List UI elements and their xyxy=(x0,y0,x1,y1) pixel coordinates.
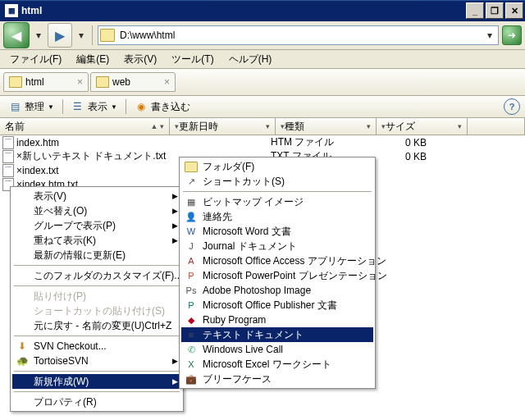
explorer-window: ▦ html _ ❐ ✕ ◀ ▾ ▶ ▾ ▾ ➜ ファイル(F) 編集(E) 表… xyxy=(0,0,525,420)
chevron-down-icon: ▼ xyxy=(48,103,54,111)
menu-item[interactable]: ↗ショートカット(S) xyxy=(181,174,373,189)
menu-item[interactable]: AMicrosoft Office Access アプリケーション xyxy=(181,253,373,268)
ppt-icon: P xyxy=(185,269,198,282)
menu-edit[interactable]: 編集(E) xyxy=(70,50,116,69)
file-name: ×新しいテキスト ドキュメント.txt xyxy=(16,149,176,163)
submenu-arrow-icon: ▶ xyxy=(172,357,178,365)
menu-item[interactable]: ショートカットの貼り付け(S) xyxy=(12,304,181,318)
address-dropdown[interactable]: ▾ xyxy=(483,30,496,41)
forward-dropdown[interactable]: ▾ xyxy=(75,24,87,47)
file-size: 0 KB xyxy=(361,137,441,148)
menu-item[interactable]: グループで表示(P)▶ xyxy=(12,218,181,233)
folder-icon xyxy=(9,76,22,88)
file-name: index.htm xyxy=(16,137,176,148)
svn-icon: ⬇ xyxy=(16,340,29,353)
menu-item[interactable]: プロパティ(R) xyxy=(12,395,181,409)
menu-view[interactable]: 表示(V) xyxy=(117,50,163,69)
menu-item[interactable]: ⬇SVN Checkout... xyxy=(12,339,181,354)
address-input[interactable] xyxy=(118,29,480,42)
col-type[interactable]: ▾種類▾ xyxy=(276,118,377,135)
file-row[interactable]: index.htmHTM ファイル0 KB xyxy=(0,135,525,149)
menu-item[interactable]: 最新の情報に更新(E) xyxy=(12,248,181,262)
menu-item[interactable]: 並べ替え(O)▶ xyxy=(12,203,181,218)
minimize-button[interactable]: _ xyxy=(466,2,484,19)
organize-label: 整理 xyxy=(25,100,44,114)
document-icon xyxy=(2,164,15,177)
close-button[interactable]: ✕ xyxy=(505,2,523,19)
help-button[interactable]: ? xyxy=(504,98,520,115)
maximize-button[interactable]: ❐ xyxy=(486,2,504,19)
forward-button[interactable]: ▶ xyxy=(48,23,72,48)
menu-item[interactable]: WMicrosoft Word 文書 xyxy=(181,224,373,239)
menu-item[interactable]: 貼り付け(P) xyxy=(12,289,181,304)
organize-button[interactable]: ▤ 整理 ▼ xyxy=(5,98,57,116)
journal-icon: J xyxy=(185,240,198,253)
app-icon: ▦ xyxy=(5,4,18,17)
go-button[interactable]: ➜ xyxy=(502,25,522,45)
address-bar[interactable]: ▾ xyxy=(98,25,499,45)
col-name[interactable]: 名前▲ ▾ xyxy=(0,118,170,135)
file-type: HTM ファイル xyxy=(271,135,361,149)
menu-item[interactable]: PMicrosoft Office Publisher 文書 xyxy=(181,298,373,313)
xls-icon: X xyxy=(185,358,198,371)
contact-icon: 👤 xyxy=(185,210,198,223)
folder-icon xyxy=(100,29,115,42)
submenu-arrow-icon: ▶ xyxy=(172,192,178,200)
submenu-arrow-icon: ▶ xyxy=(172,236,178,244)
close-icon[interactable]: × xyxy=(164,76,170,88)
menu-item[interactable]: ≡テキスト ドキュメント xyxy=(181,327,373,342)
col-spacer xyxy=(468,118,525,135)
chevron-down-icon: ▼ xyxy=(111,103,117,111)
menu-item[interactable]: 元に戻す - 名前の変更(U)Ctrl+Z xyxy=(12,318,181,333)
word-icon: W xyxy=(185,225,198,238)
menu-tools[interactable]: ツール(T) xyxy=(165,50,220,69)
col-mdate[interactable]: ▾更新日時▾ xyxy=(170,118,276,135)
submenu-arrow-icon: ▶ xyxy=(172,207,178,215)
briefcase-icon: 💼 xyxy=(185,372,198,386)
menu-item[interactable]: 👤連絡先 xyxy=(181,209,373,224)
wlc-icon: ✆ xyxy=(185,343,198,356)
access-icon: A xyxy=(185,254,198,267)
tab-label: web xyxy=(112,76,130,88)
menu-item[interactable]: XMicrosoft Excel ワークシート xyxy=(181,357,373,372)
psd-icon: Ps xyxy=(185,284,198,297)
menu-item[interactable]: 💼ブリーフケース xyxy=(181,372,373,386)
submenu-arrow-icon: ▶ xyxy=(172,377,178,386)
tab-label: html xyxy=(25,76,44,88)
shortcut-icon: ↗ xyxy=(185,175,198,188)
menu-item[interactable]: ◆Ruby Program xyxy=(181,313,373,327)
col-size[interactable]: ▾サイズ▾ xyxy=(377,118,468,135)
tab-web[interactable]: web × xyxy=(90,72,176,92)
context-menu: 表示(V)▶並べ替え(O)▶グループで表示(P)▶重ねて表示(K)▶最新の情報に… xyxy=(10,186,184,412)
menu-item[interactable]: 重ねて表示(K)▶ xyxy=(12,233,181,248)
ruby-icon: ◆ xyxy=(185,313,198,326)
menu-item[interactable]: 🐢TortoiseSVN▶ xyxy=(12,354,181,368)
burn-button[interactable]: ◉ 書き込む xyxy=(131,98,194,116)
file-list[interactable]: index.htmHTM ファイル0 KB×新しいテキスト ドキュメント.txt… xyxy=(0,135,525,420)
view-button[interactable]: ☰ 表示 ▼ xyxy=(68,98,121,116)
menu-item[interactable]: フォルダ(F) xyxy=(181,159,373,174)
menu-help[interactable]: ヘルプ(H) xyxy=(222,50,279,69)
burn-label: 書き込む xyxy=(151,100,190,114)
back-dropdown[interactable]: ▾ xyxy=(33,24,44,47)
back-button[interactable]: ◀ xyxy=(3,22,30,48)
folder-icon xyxy=(185,160,198,173)
folder-icon xyxy=(96,76,109,88)
menu-item[interactable]: ▦ビットマップ イメージ xyxy=(181,194,373,209)
menu-item[interactable]: PsAdobe Photoshop Image xyxy=(181,283,373,298)
menu-item[interactable]: ✆Windows Live Call xyxy=(181,342,373,357)
burn-icon: ◉ xyxy=(135,100,148,113)
tab-html[interactable]: html × xyxy=(3,72,89,92)
menu-file[interactable]: ファイル(F) xyxy=(3,50,68,69)
bmp-icon: ▦ xyxy=(185,195,198,208)
toolbar: ▤ 整理 ▼ ☰ 表示 ▼ ◉ 書き込む ? xyxy=(0,96,525,118)
menu-item[interactable]: 表示(V)▶ xyxy=(12,189,181,203)
document-icon xyxy=(2,150,15,163)
menu-item[interactable]: JJournal ドキュメント xyxy=(181,239,373,253)
close-icon[interactable]: × xyxy=(77,76,83,88)
menu-item[interactable]: このフォルダのカスタマイズ(F)... xyxy=(12,268,181,283)
view-icon: ☰ xyxy=(71,100,84,113)
titlebar[interactable]: ▦ html _ ❐ ✕ xyxy=(0,0,525,21)
menu-item[interactable]: 新規作成(W)▶ xyxy=(12,374,181,389)
menu-item[interactable]: PMicrosoft PowerPoint プレゼンテーション xyxy=(181,268,373,283)
